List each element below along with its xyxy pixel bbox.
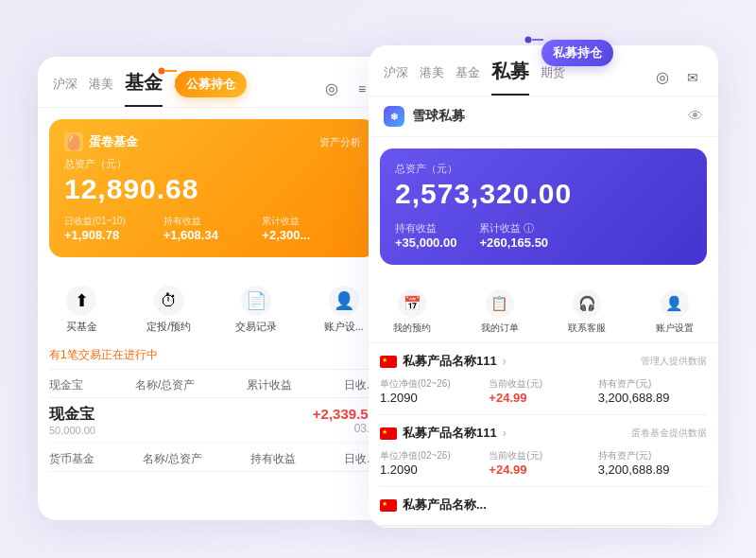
right-tab-icons: ◎ ✉	[652, 67, 703, 88]
purple-stat-total-value: +260,165.50	[479, 235, 548, 250]
right-action-row: 📅 我的预约 📋 我的订单 🎧 联系客服 👤 账户设置	[369, 276, 718, 343]
bottom-nav: ⊙ 首页 📊 股票 ◎ 基金 ⇄ 交易	[369, 526, 718, 528]
stat-daily-label: 日收益(01~10)	[64, 215, 163, 228]
right-account-label: 账户设置	[656, 322, 694, 335]
purple-total-label: 总资产（元）	[395, 162, 692, 176]
stat-total: 累计收益 +2,300...	[262, 215, 361, 242]
fund-item-2-header: 私募产品名称111 › 蛋卷基金提供数据	[380, 425, 707, 442]
fund-item-2-name: 私募产品名称111	[403, 425, 497, 442]
tooltip-gongmu-badge: 公募持仓	[175, 71, 247, 97]
stats-row: 日收益(01~10) +1,908.78 持有收益 +1,608.34 累计收益…	[64, 215, 361, 242]
right-tab-qihuo[interactable]: 期货	[541, 64, 565, 91]
buy-fund-btn[interactable]: ⬆ 买基金	[38, 278, 126, 341]
cash-col1: 名称/总资产	[135, 377, 195, 393]
fund-item-1-header: 私募产品名称111 › 管理人提供数据	[380, 353, 707, 370]
fund-item-1-stats: 单位净值(02~26) 1.2090 当前收益(元) +24.99 持有资产(元…	[380, 377, 707, 405]
total-value: 12,890.68	[64, 173, 361, 205]
fund-stat-1-return-value: +24.99	[489, 391, 597, 405]
left-eye-icon[interactable]: ◎	[321, 78, 342, 99]
fund-stat-1-asset-label: 持有资产(元)	[598, 377, 707, 391]
fund-item-3[interactable]: 私募产品名称...	[380, 487, 707, 526]
purple-stats: 持有收益 +35,000.00 累计收益 ⓘ +260,165.50	[395, 221, 692, 250]
currency-fund-section: 货币基金 名称/总资产 持有收益 日收...	[49, 444, 376, 472]
right-account-btn[interactable]: 👤 账户设置	[631, 282, 719, 342]
fund-stat-2-return: 当前收益(元) +24.99	[489, 449, 597, 477]
purple-stat-total-label: 累计收益 ⓘ	[479, 221, 548, 235]
trade-record-icon: 📄	[241, 286, 271, 316]
reservation-icon: 📅	[398, 289, 426, 318]
currency-header: 货币基金 名称/总资产 持有收益 日收...	[49, 444, 376, 472]
fund-item-1-provider: 管理人提供数据	[641, 355, 707, 368]
stat-daily-value: +1,908.78	[64, 228, 163, 242]
support-btn[interactable]: 🎧 联系客服	[543, 282, 631, 342]
stat-hold-value: +1,608.34	[163, 228, 263, 242]
reservation-btn[interactable]: 📅 我的预约	[369, 282, 456, 342]
left-tab-gangmei[interactable]: 港美	[89, 76, 113, 102]
trade-record-btn[interactable]: 📄 交易记录	[213, 278, 301, 341]
right-menu-icon[interactable]: ✉	[682, 67, 703, 88]
cash-item[interactable]: 现金宝 50,000.00 +2,339.58 03...	[49, 398, 376, 444]
purple-total-value: 2,573,320.00	[395, 178, 692, 210]
transaction-notice: 有1笔交易正在进行中	[49, 341, 376, 370]
fund-stat-2-asset-label: 持有资产(元)	[598, 449, 707, 462]
left-tab-husheng[interactable]: 沪深	[53, 76, 77, 102]
cash-item-date: 03...	[313, 422, 376, 435]
fund-stat-2-asset-value: 3,200,688.89	[598, 462, 707, 477]
fund-flag-3	[380, 499, 397, 512]
currency-title: 货币基金	[49, 451, 94, 467]
cash-item-sub: 50,000.00	[49, 425, 313, 436]
fund-item-2-provider: 蛋卷基金提供数据	[631, 427, 707, 440]
fund-flag-1	[380, 356, 397, 368]
purple-stat-hold: 持有收益 +35,000.00	[395, 221, 456, 250]
cash-item-value: +2,339.58	[313, 406, 376, 422]
fund-flag-2	[380, 427, 397, 440]
purple-stat-total: 累计收益 ⓘ +260,165.50	[479, 221, 548, 250]
left-tab-jijin[interactable]: 基金	[125, 70, 163, 107]
cash-col2: 累计收益	[247, 377, 292, 393]
left-action-row: ⬆ 买基金 ⏱ 定投/预约 📄 交易记录 👤 账户设...	[38, 269, 387, 341]
snowball-logo: ❄	[384, 106, 404, 127]
fund-item-1-name: 私募产品名称111	[403, 353, 497, 370]
fund-item-2[interactable]: 私募产品名称111 › 蛋卷基金提供数据 单位净值(02~26) 1.2090 …	[380, 415, 707, 487]
stat-total-value: +2,300...	[262, 228, 361, 242]
buy-fund-icon: ⬆	[66, 286, 96, 316]
fund-stat-1-asset: 持有资产(元) 3,200,688.89	[598, 377, 707, 405]
fund-item-1[interactable]: 私募产品名称111 › 管理人提供数据 单位净值(02~26) 1.2090 当…	[380, 343, 707, 415]
right-eye-icon[interactable]: ◎	[652, 67, 673, 88]
account-label: 账户设...	[324, 320, 364, 334]
cash-item-value-col: +2,339.58 03...	[313, 406, 376, 435]
fund-egg-icon: 🥚	[64, 132, 83, 151]
orders-btn[interactable]: 📋 我的订单	[456, 282, 544, 342]
cash-item-name: 现金宝	[49, 405, 313, 425]
reservation-label: 我的预约	[393, 322, 431, 335]
tooltip-simu-badge: 私募持仓	[541, 40, 613, 66]
right-account-icon: 👤	[661, 289, 689, 318]
right-tab-simu[interactable]: 私募	[491, 59, 529, 96]
trade-record-label: 交易记录	[235, 320, 277, 334]
total-label: 总资产（元）	[64, 157, 361, 171]
right-tab-gangmei[interactable]: 港美	[420, 64, 444, 91]
stat-total-label: 累计收益	[262, 215, 361, 228]
right-tab-jijin[interactable]: 基金	[455, 64, 480, 91]
cash-header: 现金宝 名称/总资产 累计收益 日收...	[49, 370, 376, 398]
fund-item-2-stats: 单位净值(02~26) 1.2090 当前收益(元) +24.99 持有资产(元…	[380, 449, 707, 477]
analysis-link[interactable]: 资产分析	[319, 135, 361, 149]
snowball-header: ❄ 雪球私募 👁	[369, 96, 718, 137]
fund-item-3-header: 私募产品名称...	[380, 497, 707, 514]
stat-hold-label: 持有收益	[163, 215, 263, 228]
snowball-name: 雪球私募	[412, 108, 465, 125]
purple-stat-hold-value: +35,000.00	[395, 235, 456, 250]
fund-stat-1-return-label: 当前收益(元)	[489, 377, 597, 391]
snowball-eye-icon[interactable]: 👁	[688, 108, 703, 125]
fund-stat-1-nav-value: 1.2090	[380, 391, 489, 405]
fund-stat-1-nav: 单位净值(02~26) 1.2090	[380, 377, 489, 405]
purple-asset-section: 总资产（元） 2,573,320.00 持有收益 +35,000.00 累计收益…	[380, 148, 707, 265]
schedule-btn[interactable]: ⏱ 定投/预约	[126, 278, 214, 341]
cash-title: 现金宝	[49, 377, 83, 393]
fund-stat-2-nav: 单位净值(02~26) 1.2090	[380, 449, 489, 477]
support-icon: 🎧	[573, 289, 601, 318]
orders-icon: 📋	[486, 289, 514, 318]
fund-stat-2-nav-label: 单位净值(02~26)	[380, 449, 489, 462]
right-tab-husheng[interactable]: 沪深	[384, 64, 408, 91]
account-icon: 👤	[329, 286, 359, 316]
